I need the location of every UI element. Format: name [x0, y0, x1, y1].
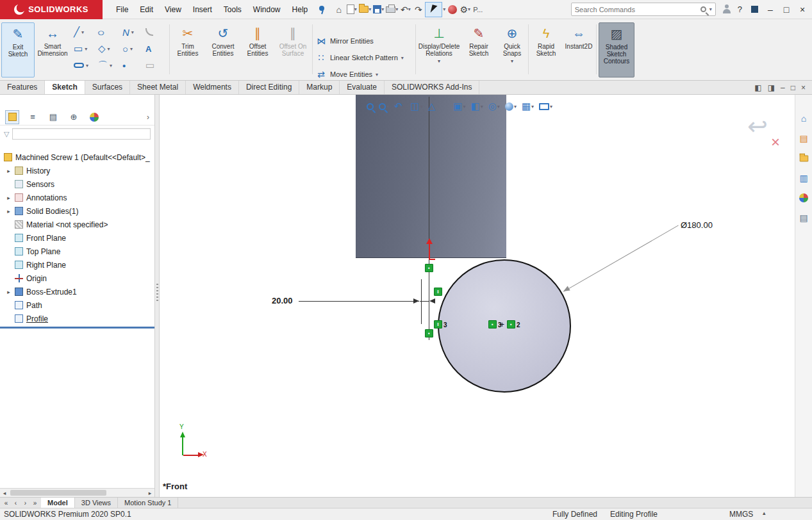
tab-surfaces[interactable]: Surfaces [85, 81, 130, 94]
menu-edit[interactable]: Edit [134, 0, 159, 19]
dropdown-caret-icon[interactable]: ▾ [468, 6, 470, 12]
command-search[interactable]: ▾ [571, 3, 716, 16]
design-library-icon[interactable]: ▤ [798, 133, 809, 144]
dropdown-caret-icon[interactable]: ▾ [110, 63, 112, 69]
dimension-line[interactable] [299, 301, 419, 302]
tree-item-history[interactable]: ▸ History [0, 164, 154, 177]
hide-show-items-icon[interactable]: ◎▾ [488, 101, 500, 112]
circle-tool-button[interactable]: ○▾ [120, 41, 144, 56]
smart-dimension-button[interactable]: ↔ Smart Dimension [36, 22, 69, 77]
resource-monitor-button[interactable] [747, 3, 761, 17]
shaded-sketch-contours-button[interactable]: ▨ Shaded Sketch Contours [599, 22, 634, 77]
spline-tool-button[interactable]: N▾ [120, 24, 144, 40]
tree-item-path[interactable]: Path [0, 298, 154, 312]
sketch-relation-badge[interactable]: ▪ [425, 264, 433, 272]
rapid-sketch-button[interactable]: ϟ Rapid Sketch [531, 22, 561, 77]
text-tool-button[interactable]: A [144, 41, 167, 56]
first-tab-icon[interactable]: « [2, 498, 10, 508]
sketch-relation-badge[interactable]: ‖ [434, 320, 442, 329]
construction-geometry-button[interactable]: ▭ [144, 58, 167, 73]
view-settings-icon[interactable]: ▾ [539, 103, 552, 110]
close-button[interactable]: × [795, 3, 809, 17]
collapse-pane-right-icon[interactable]: ◨ [768, 83, 775, 92]
move-entities-button[interactable]: ⇄ Move Entities ▾ [315, 67, 414, 82]
tree-item-solid-bodies[interactable]: ▸ Solid Bodies(1) [0, 204, 154, 218]
menu-window[interactable]: Window [247, 0, 286, 19]
scroll-left-icon[interactable]: ◂ [0, 490, 9, 496]
scrollbar-thumb[interactable] [10, 490, 106, 496]
tab-sketch[interactable]: Sketch [45, 81, 85, 94]
previous-tab-icon[interactable]: ‹ [12, 498, 20, 508]
confirmation-corner-cancel-icon[interactable]: × [771, 134, 780, 150]
tab-solidworks-addins[interactable]: SOLIDWORKS Add-Ins [385, 81, 479, 94]
rollback-bar[interactable] [0, 327, 154, 329]
collapse-pane-left-icon[interactable]: ◧ [754, 83, 761, 92]
display-manager-tab[interactable] [87, 110, 101, 124]
menu-file[interactable]: File [110, 0, 134, 19]
trim-entities-button[interactable]: ✂ Trim Entities [172, 22, 204, 77]
dropdown-caret-icon[interactable]: ▾ [401, 55, 404, 61]
user-account-icon[interactable] [722, 4, 731, 14]
home-tab-icon[interactable]: ⌂ [798, 113, 809, 124]
menu-view[interactable]: View [159, 0, 187, 19]
dropdown-caret-icon[interactable]: ▾ [131, 29, 134, 35]
next-tab-icon[interactable]: › [21, 498, 29, 508]
slot-tool-button[interactable]: ▾ [72, 58, 95, 73]
confirmation-corner-exit-sketch-icon[interactable]: ↩ [747, 114, 768, 138]
expand-arrow-icon[interactable]: ▸ [6, 195, 12, 201]
tree-item-profile[interactable]: Profile [0, 312, 154, 325]
diameter-leader-line[interactable] [563, 225, 679, 292]
offset-entities-button[interactable]: ∥ Offset Entities [241, 22, 274, 77]
minimize-button[interactable]: – [763, 3, 777, 17]
edit-appearance-icon[interactable]: ▾ [505, 102, 517, 111]
units-dropdown-caret-icon[interactable]: ▴ [763, 510, 766, 516]
expand-arrow-icon[interactable]: ▸ [6, 289, 12, 295]
ellipse-tool-button[interactable]: ○ [96, 24, 119, 40]
sketch-centerline[interactable] [429, 97, 429, 340]
tree-item-front-plane[interactable]: Front Plane [0, 231, 154, 245]
tree-item-origin[interactable]: Origin [0, 272, 154, 285]
tree-horizontal-scrollbar[interactable]: ◂ ▸ [0, 488, 154, 497]
dropdown-caret-icon[interactable]: ▾ [381, 6, 384, 12]
collaborate-button[interactable] [446, 2, 458, 17]
home-button[interactable]: ⌂ [333, 2, 345, 17]
apply-scene-icon[interactable]: ▦▾ [522, 101, 534, 112]
dropdown-caret-icon[interactable]: ▾ [408, 6, 411, 12]
section-view-icon[interactable]: ◫▾ [411, 101, 423, 112]
convert-entities-button[interactable]: ↺ Convert Entities [206, 22, 240, 77]
new-document-button[interactable]: ▾ [345, 2, 358, 17]
dropdown-caret-icon[interactable]: ▾ [108, 46, 110, 52]
instant2d-button[interactable]: ⇔ Instant2D [563, 22, 595, 77]
tree-filter-input[interactable] [12, 128, 151, 140]
extruded-boss-face[interactable] [356, 95, 506, 258]
panel-overflow-chevron-icon[interactable]: › [147, 113, 149, 122]
linear-sketch-pattern-button[interactable]: ∷ Linear Sketch Pattern ▾ [315, 50, 414, 65]
dropdown-caret-icon[interactable]: ▾ [369, 6, 371, 12]
restore-document-icon[interactable]: □ [791, 83, 795, 92]
dropdown-caret-icon[interactable]: ▾ [85, 46, 87, 52]
arc-tool-button[interactable]: ⌒▾ [96, 58, 119, 73]
dropdown-caret-icon[interactable]: ▾ [395, 6, 398, 12]
tab-sheet-metal[interactable]: Sheet Metal [130, 81, 186, 94]
tab-weldments[interactable]: Weldments [186, 81, 239, 94]
diameter-dimension-text[interactable]: Ø180.00 [681, 220, 713, 230]
dropdown-caret-icon[interactable]: ▾ [86, 63, 88, 69]
splitter-grip[interactable] [156, 284, 158, 302]
extension-line[interactable] [421, 279, 422, 324]
print-button[interactable]: ▾ [385, 2, 399, 17]
menu-tools[interactable]: Tools [218, 0, 247, 19]
dropdown-caret-icon[interactable]: ▾ [130, 46, 133, 52]
select-tool-button[interactable] [425, 2, 442, 17]
sketch-relation-badge[interactable]: ▪ [425, 329, 433, 337]
tab-direct-editing[interactable]: Direct Editing [239, 81, 299, 94]
appearances-scenes-icon[interactable] [798, 192, 809, 204]
dropdown-caret-icon[interactable]: ▾ [511, 58, 513, 65]
display-style-icon[interactable]: ◧▾ [471, 101, 483, 112]
undo-button[interactable]: ↶▾ [399, 2, 411, 17]
custom-properties-icon[interactable]: ▤ [798, 212, 809, 223]
tree-item-sensors[interactable]: Sensors [0, 177, 154, 191]
redo-button[interactable]: ↷ [412, 2, 424, 17]
maximize-button[interactable]: □ [779, 3, 793, 17]
expand-arrow-icon[interactable]: ▸ [6, 208, 12, 215]
dimxpert-manager-tab[interactable]: ⊕ [67, 110, 81, 124]
